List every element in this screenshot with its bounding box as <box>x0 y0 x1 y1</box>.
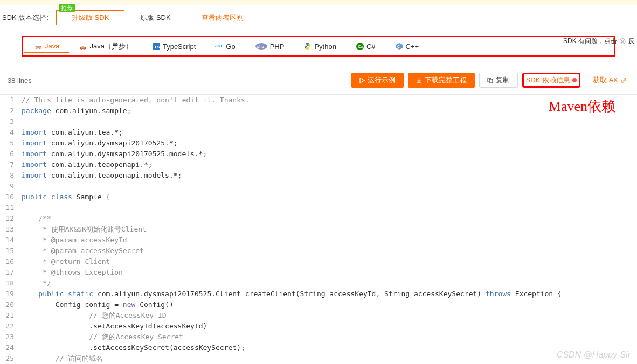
line-number: 24 <box>0 342 18 353</box>
code-line: 12 /** <box>0 213 637 224</box>
red-dot-icon <box>572 78 577 82</box>
line-number: 25 <box>0 353 18 364</box>
code-line: 6import com.aliyun.dysmsapi20170525.mode… <box>0 149 637 159</box>
lang-tab-php[interactable]: php PHP <box>245 39 294 53</box>
line-number: 5 <box>0 138 18 149</box>
code-editor[interactable]: 1// This file is auto-generated, don't e… <box>0 95 637 364</box>
language-tabs: Java Java（异步） TS TypeScript -GO Go php P… <box>22 36 615 57</box>
code-line: 5import com.aliyun.dysmsapi20170525.*; <box>0 138 637 149</box>
code-text: .setAccessKeyId(accessKeyId) <box>18 321 207 332</box>
lang-tab-java-async-label: Java（异步） <box>89 41 132 51</box>
run-example-button[interactable]: 运行示例 <box>351 73 404 88</box>
line-number: 6 <box>0 149 18 159</box>
download-project-button[interactable]: 下载完整工程 <box>408 73 475 88</box>
copy-button[interactable]: 复制 <box>479 73 518 88</box>
code-line: 11 <box>0 202 637 213</box>
code-toolbar: 38 lines 运行示例 下载完整工程 复制 SDK 依赖信息 获取 AK <box>0 66 637 95</box>
sdk-dep-label: SDK 依赖信息 <box>526 76 570 84</box>
code-text <box>18 181 22 192</box>
svg-text:C: C <box>397 45 400 48</box>
code-line: 13 * 使用AK&SK初始化账号Client <box>0 224 637 235</box>
help-row: SDK 有问题，点击 ☹ 反 <box>563 37 635 46</box>
line-number: 2 <box>0 106 18 116</box>
lang-tab-cpp[interactable]: C C++ <box>385 39 429 53</box>
code-text: */ <box>18 278 51 289</box>
download-project-label: 下载完整工程 <box>425 75 467 85</box>
code-text: .setAccessKeySecret(accessKeySecret); <box>18 342 245 353</box>
line-number: 19 <box>0 289 18 299</box>
lang-tab-java-label: Java <box>45 42 59 50</box>
code-line: 4import com.aliyun.tea.*; <box>0 127 637 138</box>
top-hint-bar <box>0 0 637 5</box>
line-number: 4 <box>0 127 18 138</box>
svg-text:TS: TS <box>154 45 160 50</box>
code-text <box>18 202 22 213</box>
lang-tab-go[interactable]: -GO Go <box>205 39 245 53</box>
code-line: 21 // 您的AccessKey ID <box>0 310 637 321</box>
sad-face-icon[interactable]: ☹ <box>619 38 626 45</box>
code-line: 15 * @param accessKeySecret <box>0 246 637 256</box>
version-tab-upgrade[interactable]: 推荐 升级版 SDK <box>56 10 124 25</box>
code-text: // 您的AccessKey ID <box>18 310 167 321</box>
sdk-dep-box: SDK 依赖信息 <box>522 73 580 88</box>
line-number: 9 <box>0 181 18 192</box>
python-icon <box>303 42 312 51</box>
typescript-icon: TS <box>152 42 161 51</box>
line-number: 14 <box>0 235 18 246</box>
lang-tab-python-label: Python <box>314 43 336 51</box>
code-line: 23 // 您的AccessKey Secret <box>0 332 637 342</box>
compare-link[interactable]: 查看两者区别 <box>202 13 244 23</box>
version-tab-original[interactable]: 原版 SDK <box>124 10 186 25</box>
line-number: 10 <box>0 192 18 202</box>
line-number: 13 <box>0 224 18 235</box>
line-number: 15 <box>0 246 18 256</box>
svg-text:php: php <box>257 45 264 49</box>
java-icon <box>34 41 43 50</box>
line-number: 21 <box>0 310 18 321</box>
link-icon <box>621 78 627 83</box>
code-line: 22 .setAccessKeyId(accessKeyId) <box>0 321 637 332</box>
lang-tab-typescript[interactable]: TS TypeScript <box>142 39 205 53</box>
badge-recommend: 推荐 <box>59 4 75 12</box>
watermark: CSDN @Happy-Sir <box>557 350 631 360</box>
code-text: * @param accessKeyId <box>18 235 127 246</box>
lang-tab-java-async[interactable]: Java（异步） <box>69 39 142 53</box>
svg-text:-GO: -GO <box>215 44 223 48</box>
line-number: 1 <box>0 95 18 106</box>
line-number: 23 <box>0 332 18 342</box>
code-line: 3 <box>0 116 637 127</box>
line-number: 7 <box>0 159 18 170</box>
get-ak-label: 获取 AK <box>593 75 618 85</box>
line-number: 16 <box>0 256 18 267</box>
lang-tab-java[interactable]: Java <box>24 39 69 53</box>
svg-point-0 <box>36 46 41 47</box>
code-text: * @param accessKeySecret <box>18 246 144 256</box>
version-label: SDK 版本选择: <box>2 13 49 23</box>
code-line: 7import com.aliyun.teaopenapi.*; <box>0 159 637 170</box>
svg-point-1 <box>80 47 86 48</box>
code-text: * @return Client <box>18 256 110 267</box>
code-text <box>18 116 22 127</box>
code-line: 14 * @param accessKeyId <box>0 235 637 246</box>
download-icon <box>416 78 422 83</box>
version-tab-original-label: 原版 SDK <box>140 13 170 23</box>
code-text: /** <box>18 213 51 224</box>
code-line: 10public class Sample { <box>0 192 637 202</box>
java-icon <box>79 42 87 51</box>
code-line: 1// This file is auto-generated, don't e… <box>0 95 637 106</box>
code-text: import com.aliyun.dysmsapi20170525.*; <box>18 138 178 149</box>
lang-tab-python[interactable]: Python <box>294 39 345 53</box>
code-text: // 您的AccessKey Secret <box>18 332 183 342</box>
code-line: 25 // 访问的域名 <box>0 353 637 364</box>
copy-icon <box>487 78 493 83</box>
version-row: SDK 版本选择: 推荐 升级版 SDK 原版 SDK 查看两者区别 <box>0 5 637 36</box>
lang-tab-csharp[interactable]: C# C# <box>346 39 385 53</box>
csharp-icon: C# <box>356 42 364 51</box>
line-number: 18 <box>0 278 18 289</box>
get-ak-button[interactable]: 获取 AK <box>585 73 629 88</box>
code-line: 17 * @throws Exception <box>0 267 637 278</box>
code-line: 2package com.aliyun.sample; <box>0 106 637 116</box>
sdk-dep-button[interactable]: SDK 依赖信息 <box>526 75 570 85</box>
line-number: 17 <box>0 267 18 278</box>
php-icon: php <box>255 42 268 51</box>
